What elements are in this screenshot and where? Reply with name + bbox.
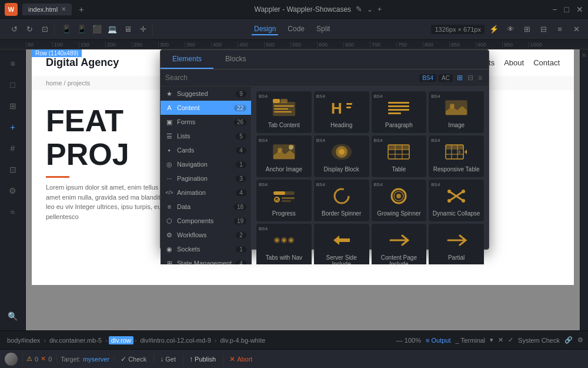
element-tab-content[interactable]: BS4 [256, 91, 312, 133]
sidebar-icon-files[interactable]: ≡ [4, 54, 22, 73]
category-navigation[interactable]: ◎ Navigation 1 [161, 157, 251, 171]
panel-elements-grid: BS4 [252, 87, 489, 264]
redo-button[interactable]: ↻ [22, 22, 36, 37]
sidebar-icon-elements[interactable]: + [4, 118, 22, 137]
tab-blocks[interactable]: Blocks [213, 50, 258, 69]
badge-ac[interactable]: AC [439, 74, 453, 82]
tab-design[interactable]: Design [252, 24, 278, 35]
abort-button[interactable]: ✕ Abort [227, 354, 255, 364]
view-grid-large-button[interactable]: ⊞ [455, 73, 465, 82]
bs-badge: BS4 [431, 94, 440, 99]
element-display-block[interactable]: BS4 Display Block [314, 135, 369, 177]
layout-button[interactable]: ⊟ [536, 22, 550, 37]
category-suggested[interactable]: ★ Suggested 9 [161, 87, 251, 101]
element-border-spinner[interactable]: BS4 Border Spinner [314, 180, 369, 221]
search-badges: BS4 AC [419, 74, 453, 82]
category-cards[interactable]: ▪ Cards 4 [161, 143, 251, 157]
desktop-preview-button[interactable]: 🖥 [121, 22, 135, 37]
element-label: Partial [448, 254, 465, 261]
terminal-button[interactable]: _ Terminal [456, 337, 486, 344]
view-mode-buttons: ⊞ ⊟ ≡ [455, 73, 484, 82]
undo-button[interactable]: ↺ [7, 22, 21, 37]
category-components[interactable]: ⬡ Components 19 [161, 214, 251, 228]
sidebar-icon-settings[interactable]: ⚙ [4, 181, 22, 200]
terminal-close[interactable]: ✕ [498, 336, 503, 344]
terminal-dropdown[interactable]: ▾ [490, 336, 493, 344]
badge-bs4[interactable]: BS4 [419, 74, 436, 82]
element-table[interactable]: BS4 [372, 135, 427, 177]
category-count: 2 [236, 232, 246, 238]
responsive-preview-button[interactable]: ✛ [136, 22, 150, 37]
minimize-icon[interactable]: − [552, 5, 557, 14]
category-sockets[interactable]: ◉ Sockets 1 [161, 242, 251, 256]
get-button[interactable]: ↓ Get [158, 354, 178, 364]
mobile-preview-button[interactable]: 📱 [59, 22, 74, 37]
view-list-button[interactable]: ≡ [476, 73, 484, 82]
category-label: Workflows [177, 231, 207, 238]
sidebar-icon-layout[interactable]: ⊡ [4, 160, 22, 179]
element-image[interactable]: BS4 Image [429, 91, 484, 133]
sidebar-icon-data[interactable]: ≈ [4, 203, 22, 221]
grid-button[interactable]: ⊞ [520, 22, 534, 37]
breadcrumb-container[interactable]: div.container.mb-5 [47, 336, 104, 344]
maximize-icon[interactable]: □ [564, 5, 569, 14]
breadcrumb-body[interactable]: body#index [5, 336, 42, 344]
tablet-preview-button[interactable]: 📱 [75, 22, 89, 37]
category-animation[interactable]: </> Animation 4 [161, 185, 251, 200]
category-lists[interactable]: ☰ Lists 5 [161, 129, 251, 143]
element-responsive-table[interactable]: BS4 [429, 135, 484, 177]
element-partial[interactable]: Partial [429, 224, 484, 264]
sidebar-icon-search[interactable]: 🔍 [4, 307, 22, 326]
window-title: Wappler - Wappler-Showcases ✎ ⌄ + [88, 5, 547, 14]
sidebar-icon-components[interactable]: ⊞ [4, 97, 22, 115]
breadcrumb-row[interactable]: div.row [109, 336, 133, 344]
check-button[interactable]: ✓ Check [118, 354, 149, 364]
category-data[interactable]: ≡ Data 18 [161, 200, 251, 214]
preview-button[interactable]: 👁 [503, 22, 517, 37]
tab-index-html[interactable]: index.html ✕ [22, 4, 72, 15]
breadcrumb-sep: › [44, 337, 46, 344]
settings-button[interactable]: ≡ [553, 22, 567, 37]
sidebar-icon-style[interactable]: # [4, 139, 22, 158]
tab-split[interactable]: Split [314, 24, 332, 35]
breadcrumb-intro[interactable]: div#intro.col-12.col-md-9 [138, 336, 213, 344]
screenshot-button[interactable]: ⊡ [38, 22, 52, 37]
element-paragraph[interactable]: BS4 Paragraph [372, 91, 427, 133]
new-tab-button[interactable]: + [79, 5, 83, 14]
element-dynamic-collapse[interactable]: BS4 Dyn [429, 180, 484, 221]
close-toolbar-button[interactable]: ✕ [569, 22, 583, 37]
category-workflows[interactable]: ⚙ Workflows 2 [161, 228, 251, 242]
view-grid-small-button[interactable]: ⊟ [466, 73, 475, 82]
ruler-mark: 250 [132, 42, 158, 48]
output-button[interactable]: ≡ Output [426, 337, 451, 344]
laptop-preview-button[interactable]: 💻 [105, 22, 119, 37]
element-content-include[interactable]: Content Page Include [372, 224, 427, 264]
breadcrumb-p4[interactable]: div.p-4.bg-white [218, 336, 268, 344]
category-pagination[interactable]: ··· Pagination 3 [161, 171, 251, 185]
element-progress[interactable]: BS4 [256, 180, 312, 221]
main-layout: ≡ □ ⊞ + # ⊡ ⚙ ≈ 🔍 Row (1140x489) Digital… [0, 49, 588, 330]
publish-button[interactable]: ↑ Publish [187, 354, 218, 364]
tab-code[interactable]: Code [285, 24, 307, 35]
app-connect-button[interactable]: ⚡ [487, 22, 501, 37]
system-check-button[interactable]: System Check [518, 337, 560, 344]
category-content[interactable]: A Content 22 [161, 101, 251, 115]
element-label: Table [392, 166, 406, 173]
landscape-tablet-button[interactable]: ⬛ [90, 22, 104, 37]
svg-point-45 [447, 199, 451, 203]
svg-rect-34 [273, 191, 285, 195]
element-heading[interactable]: BS4 H Heading [314, 91, 369, 133]
ruler-mark: 950 [502, 42, 529, 48]
search-input[interactable] [165, 74, 417, 82]
tab-elements[interactable]: Elements [161, 50, 213, 69]
element-server-include[interactable]: Server Side Include [314, 224, 369, 264]
tab-close-icon[interactable]: ✕ [61, 6, 66, 12]
category-state-management[interactable]: ⊞ State Management 4 [161, 256, 251, 264]
server-name[interactable]: myserver [83, 356, 109, 363]
category-forms[interactable]: ▣ Forms 26 [161, 115, 251, 129]
element-growing-spinner[interactable]: BS4 Growing Spinner [372, 180, 427, 221]
close-icon[interactable]: ✕ [576, 5, 583, 14]
sidebar-icon-pages[interactable]: □ [4, 75, 22, 94]
element-anchor-image[interactable]: BS4 🔗 A [256, 135, 312, 177]
element-tabs-nav[interactable]: BS4 [256, 224, 312, 264]
